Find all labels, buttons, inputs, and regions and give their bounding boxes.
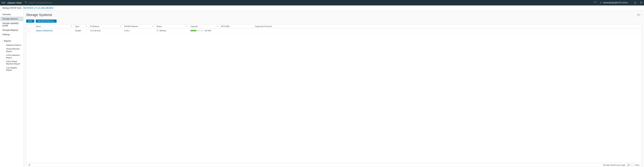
page-title-row: Storage Systems (26, 13, 642, 17)
svg-point-8 (28, 30, 29, 30)
help-icon[interactable] (640, 1, 643, 4)
capacity-fill (190, 30, 196, 31)
cell-status: Normal (155, 30, 189, 32)
filter-icon[interactable] (120, 25, 121, 27)
app-title: vSphere Client (7, 2, 22, 4)
col-header-menu (26, 25, 31, 28)
col-name-label: Name (36, 25, 41, 27)
cell-name: ntaphci-a300e9u25 (34, 30, 74, 32)
svg-point-9 (28, 30, 29, 31)
sidebar-item-storage-systems[interactable]: Storage Systems (0, 17, 23, 21)
user-menu[interactable]: Administrator@VCF.LOCAL (600, 2, 631, 4)
global-search[interactable] (25, 1, 593, 4)
sidebar-item-settings[interactable]: Settings (0, 32, 24, 37)
svg-rect-12 (29, 164, 29, 165)
filter-icon[interactable] (86, 25, 87, 27)
col-nfs-vaai-label: NFS VAAI (221, 25, 230, 27)
global-header: vSphere Client Administrator@VCF.LOCAL (0, 0, 644, 6)
chevron-down-icon (629, 2, 631, 4)
divider (632, 1, 632, 5)
col-header-capacity[interactable]: Capacity (189, 25, 220, 28)
svg-point-11 (157, 30, 158, 31)
menu-toggle-icon[interactable] (1, 1, 6, 5)
kebab-icon (28, 30, 29, 32)
cell-type: Cluster (74, 30, 89, 32)
row-expand-toggle[interactable] (31, 30, 34, 31)
table-body: ntaphci-a300e9u25 Cluster 172.16.9.25 9.… (26, 28, 642, 163)
plugin-name: NetApp ONTAP tools (2, 7, 22, 9)
sidebar-item-vvols-datastore-report[interactable]: vVols Datastore Report (0, 53, 24, 60)
sidebar-group-header-reports[interactable]: Reports (0, 39, 24, 43)
pagination: Storage Systems per page 10 1 Item (603, 164, 640, 166)
col-protocols-label: Supported Protocols (255, 25, 272, 27)
page-size-selector[interactable]: 10 (627, 164, 633, 166)
filter-icon[interactable] (70, 25, 72, 27)
chevron-down-icon (2, 40, 3, 42)
instance-selector[interactable]: INSTANCE 172.21.166.149:8443 (23, 7, 56, 9)
column-toggle-icon[interactable] (28, 164, 30, 166)
item-count: 1 Item (634, 164, 640, 166)
action-bar: ADD REDISCOVER ALL (26, 20, 642, 23)
instance-address: 172.21.166.149:8443 (34, 7, 53, 9)
filter-icon[interactable] (186, 25, 188, 27)
sidebar-item-datastore-report[interactable]: Datastore Report (0, 43, 24, 47)
col-type-label: Type (75, 25, 79, 27)
col-header-type[interactable]: Type (74, 25, 89, 28)
col-header-nfs-vaai[interactable]: NFS VAAI (220, 25, 254, 28)
status-text: Normal (160, 30, 166, 32)
filter-icon[interactable] (217, 25, 218, 27)
rediscover-all-button[interactable]: REDISCOVER ALL (36, 20, 56, 23)
storage-systems-table: Name Type IP Address ONTAP Release Statu… (26, 24, 642, 167)
sidebar-item-log-integrity-report[interactable]: Log Integrity Report (0, 66, 24, 72)
table-footer: Storage Systems per page 10 1 Item (26, 163, 642, 167)
col-release-label: ONTAP Release (124, 25, 138, 27)
col-header-release[interactable]: ONTAP Release (123, 25, 155, 28)
filter-icon[interactable] (152, 25, 154, 27)
page-size-value: 10 (628, 164, 630, 166)
svg-rect-14 (30, 164, 30, 165)
page-help-menu[interactable] (637, 14, 642, 16)
chevron-down-icon (54, 7, 56, 9)
per-page-label: Storage Systems per page (603, 164, 625, 166)
table-header-row: Name Type IP Address ONTAP Release Statu… (26, 25, 642, 28)
cell-ip: 172.16.9.25 (89, 30, 123, 32)
col-capacity-label: Capacity (190, 25, 198, 27)
table-row[interactable]: ntaphci-a300e9u25 Cluster 172.16.9.25 9.… (26, 28, 642, 33)
capacity-text: 43.76% (205, 30, 211, 32)
svg-point-1 (634, 2, 636, 4)
col-header-ip[interactable]: IP Address (89, 25, 123, 28)
sidebar-item-overview[interactable]: Overview (0, 12, 24, 17)
instance-prefix: INSTANCE (23, 7, 33, 9)
sidebar-item-vvols-virtual-machine-report[interactable]: vVols Virtual Machine Report (0, 60, 24, 66)
sidebar-item-virtual-machine-report[interactable]: Virtual Machine Report (0, 47, 24, 53)
col-status-label: Status (156, 25, 162, 27)
svg-point-10 (28, 31, 29, 32)
col-header-protocols[interactable]: Supported Protocols (254, 25, 642, 28)
svg-point-5 (641, 3, 641, 4)
col-header-name[interactable]: Name (34, 25, 74, 28)
svg-point-0 (600, 2, 601, 3)
help-icon (637, 14, 640, 16)
row-actions-menu[interactable] (26, 30, 31, 32)
capacity-bar (190, 30, 204, 31)
page-title: Storage Systems (26, 13, 52, 17)
sidebar: Overview Storage Systems Storage capabil… (0, 11, 24, 167)
sidebar-item-storage-capability-profile[interactable]: Storage capability profile (0, 21, 24, 28)
col-ip-label: IP Address (90, 25, 99, 27)
main-content: Storage Systems ADD REDISCOVER ALL Name … (24, 11, 644, 167)
plugin-subheader: NetApp ONTAP tools INSTANCE 172.21.166.1… (0, 6, 644, 11)
search-input[interactable] (28, 2, 79, 4)
reports-label: Reports (4, 40, 11, 42)
chevron-right-icon (32, 30, 33, 31)
smiley-icon[interactable] (634, 1, 637, 4)
status-ok-icon (156, 30, 158, 32)
main-layout: Overview Storage Systems Storage capabil… (0, 11, 644, 167)
chevron-down-icon (640, 14, 642, 16)
col-header-status[interactable]: Status (155, 25, 189, 28)
cell-capacity: 43.76% (189, 30, 220, 32)
sidebar-item-storage-mapping[interactable]: Storage Mapping (0, 28, 24, 32)
sidebar-group-reports: Reports Datastore Report Virtual Machine… (0, 39, 24, 72)
add-button[interactable]: ADD (26, 20, 34, 23)
refresh-icon[interactable] (594, 1, 596, 4)
storage-system-link[interactable]: ntaphci-a300e9u25 (36, 30, 52, 32)
